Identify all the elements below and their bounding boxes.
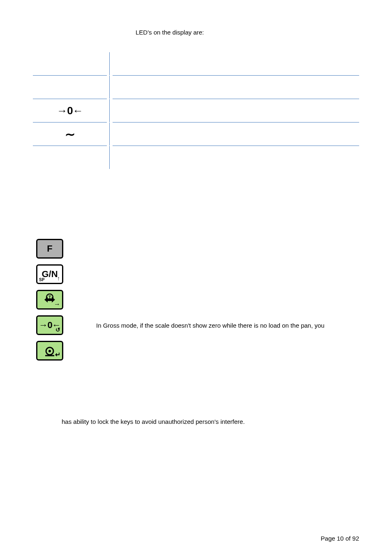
- table-row: ∼: [33, 123, 359, 146]
- up-arrow-icon: ↑: [57, 275, 60, 282]
- svg-point-5: [48, 350, 51, 352]
- page-number: Page 10 of 92: [321, 535, 359, 542]
- zero-indicator-icon: →0←: [57, 104, 83, 117]
- lock-text: has ability to lock the keys to avoid un…: [62, 418, 359, 425]
- keys-section: F G/N SP ↑ T → →0←: [33, 239, 359, 361]
- power-icon: [43, 345, 57, 357]
- sp-label: SP: [39, 278, 44, 282]
- table-row: [33, 146, 359, 169]
- table-row: →0←: [33, 99, 359, 122]
- key-row-zero: →0← ↺ In Gross mode, if the scale doesn'…: [33, 315, 359, 335]
- led-table: →0← ∼: [33, 52, 359, 169]
- zero-key: →0← ↺: [36, 315, 63, 335]
- enter-icon: ↵: [55, 351, 60, 358]
- f-key-label: F: [47, 243, 52, 254]
- f-key: F: [36, 239, 63, 259]
- table-row: [33, 76, 359, 99]
- key-row-gn: G/N SP ↑: [33, 264, 359, 284]
- table-row: [33, 52, 359, 75]
- loop-icon: ↺: [55, 326, 60, 333]
- symbol-cell-motion: ∼: [33, 127, 107, 141]
- symbol-cell-zero: →0←: [33, 104, 107, 117]
- key-row-f: F: [33, 239, 359, 259]
- key-row-tare: T →: [33, 290, 359, 310]
- power-key: ↵: [36, 341, 63, 361]
- zero-key-desc: In Gross mode, if the scale doesn't show…: [96, 322, 325, 329]
- motion-indicator-icon: ∼: [65, 127, 75, 141]
- svg-text:T: T: [48, 295, 51, 300]
- right-arrow-icon: →: [54, 301, 60, 308]
- key-row-power: ↵: [33, 341, 359, 361]
- gn-key: G/N SP ↑: [36, 264, 63, 284]
- intro-text: LED's on the display are:: [136, 29, 359, 36]
- table-divider: [109, 123, 110, 146]
- table-divider: [109, 76, 110, 99]
- table-divider: [109, 99, 110, 122]
- table-divider: [109, 52, 110, 75]
- table-divider: [109, 146, 110, 169]
- tare-key: T →: [36, 290, 63, 310]
